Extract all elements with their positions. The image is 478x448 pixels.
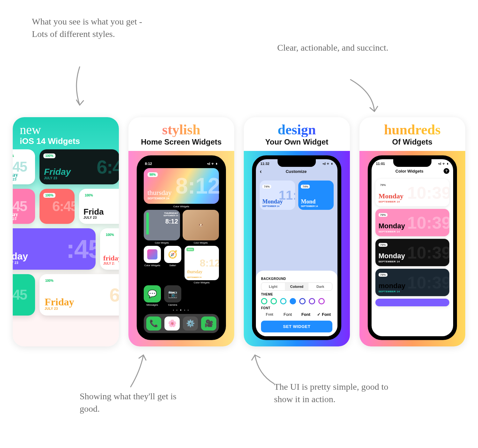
time-bg: 6:45 — [52, 198, 75, 214]
theme-dot[interactable] — [299, 298, 306, 304]
dock-settings-icon[interactable]: ⚙️ — [183, 316, 198, 331]
time-bg: 6:4 — [97, 156, 119, 178]
battery-badge: 100% — [83, 193, 95, 198]
battery-badge: 74% — [262, 185, 271, 188]
app-icon[interactable]: Color Widgets — [144, 246, 161, 284]
mini-widget-photo: 🐶 — [183, 210, 219, 240]
screenshot-card-4: hundreds Of Widgets 11:01 •ıl ᯤ ▮ Color … — [359, 117, 466, 346]
font-option-selected[interactable]: Font — [315, 312, 332, 317]
battery-badge: 79% — [379, 273, 387, 277]
theme-label: THEME — [261, 293, 332, 296]
day: Monday — [262, 198, 283, 205]
day: thursday — [187, 269, 202, 274]
arrow-bottom-left-icon — [121, 352, 159, 390]
widget-list-item[interactable]: 79%10:39MondaySEPTEMBER 14 — [375, 179, 449, 206]
card1-header: new iOS 14 Widgets — [13, 117, 119, 149]
time-bg: 8:12 — [200, 257, 219, 269]
screenshot-card-3: design Your Own Widget 11:32 •ıl ᯤ ▮ ‹ C… — [244, 117, 350, 346]
mini-widget: THURSDAY SEPTEMBER 24 8:12 — [144, 210, 180, 240]
date: JULY 23 — [44, 176, 71, 180]
widget-list-item[interactable]: 79%10:39mondaySEPTEMBER 14 — [375, 269, 449, 296]
battery-badge: 100% — [43, 278, 55, 283]
day: monday — [379, 282, 405, 290]
set-widget-button[interactable]: SET WIDGET — [261, 321, 332, 332]
widget-label: Color Widgets — [141, 205, 222, 208]
app-icon[interactable]: 📷Camera — [164, 285, 181, 306]
widget-list-item[interactable]: 79%10:39MondaySEPTEMBER 14 — [375, 239, 449, 266]
battery-badge: 100% — [13, 153, 16, 158]
day: Monday — [379, 252, 405, 260]
app-icon[interactable]: 🧭 Safari — [164, 246, 181, 284]
status-icons: •ıl ᯤ ▮ — [207, 162, 218, 166]
theme-dots — [261, 298, 332, 304]
mini-day: THURSDAY — [163, 212, 178, 215]
app-icon[interactable]: 💬Messages — [144, 285, 161, 306]
widget-list-item[interactable]: 79%10:39MondaySEPTEMBER 14 — [375, 209, 449, 236]
time-bg: 6:4 — [109, 284, 119, 306]
dock: 📞 🌸 ⚙️ 🎥 — [144, 314, 219, 333]
widget-list-item[interactable] — [375, 299, 449, 306]
theme-dot[interactable] — [318, 298, 325, 304]
battery-badge: 79% — [379, 213, 387, 217]
customize-panel: BACKGROUND Light Colored Dark THEME FONT… — [256, 271, 337, 336]
card1-script: new — [20, 124, 112, 136]
widget-preview-colored[interactable]: 74% Mond SEPTEMBER 14 — [298, 181, 334, 210]
bg-option-colored[interactable]: Colored — [285, 283, 308, 290]
day: friday — [103, 255, 119, 262]
help-button[interactable]: ? — [444, 168, 449, 174]
page-dots: • • ● • • — [141, 309, 222, 311]
dock-phone-icon[interactable]: 📞 — [146, 316, 162, 331]
date: SEPTEMBER 24 — [187, 276, 202, 278]
annotation-top-right: Clear, actionable, and succinct. — [277, 41, 392, 54]
battery-badge: 98% — [186, 248, 194, 251]
app-label: Color Widgets — [185, 281, 219, 284]
widget-preview-light[interactable]: 74% 11: Monday SEPTEMBER 14 — [260, 181, 295, 210]
bg-option-light[interactable]: Light — [261, 283, 285, 290]
battery-badge: 74% — [301, 185, 310, 188]
time-bg: 10:39 — [407, 273, 449, 292]
time-bg: 10:39 — [407, 183, 449, 203]
card2-sub: Home Screen Widgets — [128, 138, 235, 146]
theme-dot[interactable] — [309, 298, 315, 304]
date: JULY 23 — [13, 217, 18, 221]
widget-list: 79%10:39MondaySEPTEMBER 1479%10:39Monday… — [372, 179, 453, 306]
app-label: Camera — [164, 303, 181, 306]
small-widget[interactable]: 98% 8:12 thursday SEPTEMBER 24 Color Wid… — [185, 246, 219, 284]
time-bg: 8:12 — [176, 173, 220, 199]
font-option[interactable]: Font — [279, 312, 296, 317]
mini-label: Color Widgets — [183, 242, 219, 244]
date: SEPTEMBER 14 — [379, 200, 403, 203]
theme-dot[interactable] — [261, 298, 267, 304]
font-option[interactable]: Font — [297, 312, 314, 317]
dock-photos-icon[interactable]: 🌸 — [164, 316, 180, 331]
time-bg: 10:39 — [407, 213, 449, 232]
screenshot-cards: new iOS 14 Widgets 100% 6:45 friday JULY… — [13, 117, 465, 346]
theme-dot[interactable] — [280, 298, 286, 304]
day: Monday — [379, 222, 405, 230]
status-time: 8:12 — [145, 162, 152, 166]
font-option[interactable]: Font — [261, 312, 278, 317]
phone-frame: 11:01 •ıl ᯤ ▮ Color Widgets ? 79%10:39Mo… — [368, 155, 457, 340]
card1-collage: 100% 6:45 friday JULY 23 100% 6:4 Friday… — [13, 149, 119, 346]
battery-badge: 100% — [43, 193, 55, 198]
bg-segment[interactable]: Light Colored Dark — [261, 282, 332, 291]
screenshot-card-2: stylish Home Screen Widgets 8:12 •ıl ᯤ ▮… — [128, 117, 235, 346]
card4-sub: Of Widgets — [359, 138, 466, 146]
card2-script: stylish — [128, 123, 235, 137]
annotation-bottom-left: Showing what they'll get is good. — [80, 390, 194, 415]
arrow-top-right-icon — [344, 76, 382, 118]
app-label: Messages — [144, 303, 161, 306]
status-icons: •ıl ᯤ ▮ — [438, 162, 449, 166]
bg-label: BACKGROUND — [261, 277, 332, 281]
battery-badge: 79% — [379, 183, 387, 187]
big-widget: 98% 8:12 thursday SEPTEMBER 24 — [144, 168, 219, 204]
bg-option-dark[interactable]: Dark — [308, 283, 332, 290]
dock-facetime-icon[interactable]: 🎥 — [201, 316, 216, 331]
day: friday — [13, 172, 18, 178]
date: SEPTEMBER 14 — [379, 260, 405, 263]
battery-badge: 98% — [148, 172, 158, 177]
time-bg: 10:39 — [407, 243, 449, 262]
theme-dot[interactable] — [271, 298, 277, 304]
arrow-bottom-right-icon — [245, 352, 284, 387]
theme-dot[interactable] — [290, 298, 296, 304]
